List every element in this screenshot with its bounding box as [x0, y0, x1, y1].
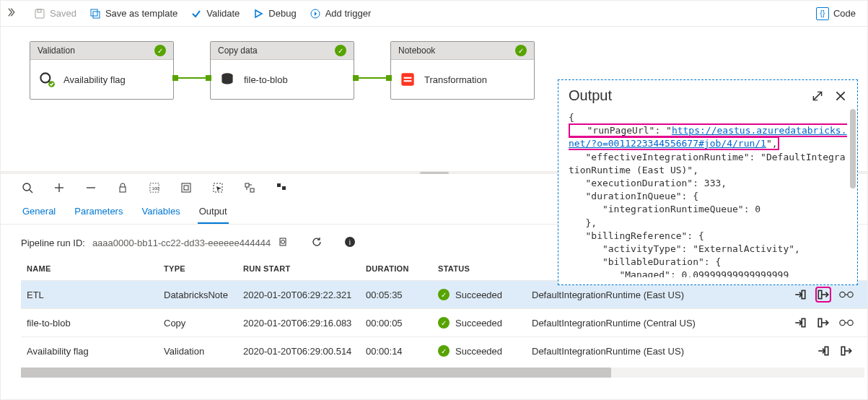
expand-chevrons-icon[interactable] — [8, 7, 18, 19]
svg-rect-51 — [825, 347, 828, 355]
cell-runstart: 2020-01-20T06:29:22.321 — [237, 281, 360, 309]
expand-icon[interactable] — [811, 90, 824, 103]
cell-status: ✓Succeeded — [432, 337, 526, 365]
node-type: Notebook — [398, 45, 435, 56]
run-id-label: Pipeline run ID: — [21, 238, 85, 248]
glasses-icon[interactable] — [840, 288, 853, 301]
table-row[interactable]: Availability flag Validation 2020-01-20T… — [21, 337, 867, 365]
svg-line-54 — [813, 92, 821, 100]
close-icon[interactable] — [834, 90, 847, 103]
svg-rect-19 — [120, 187, 126, 192]
glasses-icon[interactable] — [840, 316, 853, 329]
scrollbar-thumb[interactable] — [21, 368, 611, 378]
cell-runstart: 2020-01-20T06:29:00.514 — [237, 337, 360, 365]
checkmark-icon: ✓ — [335, 45, 346, 56]
output-icon[interactable] — [840, 344, 853, 357]
add-trigger-button[interactable]: Add trigger — [310, 8, 372, 19]
pipeline-node[interactable]: Validation ✓ Availability flag — [30, 41, 174, 100]
horizontal-scrollbar[interactable] — [21, 368, 864, 378]
debug-button[interactable]: Debug — [253, 8, 296, 19]
col-name: NAME — [21, 257, 158, 281]
svg-marker-4 — [255, 10, 262, 17]
svg-point-48 — [848, 320, 853, 325]
select-icon[interactable] — [211, 181, 224, 194]
auto-align-icon[interactable] — [243, 181, 256, 194]
svg-rect-0 — [35, 9, 44, 18]
search-icon[interactable] — [21, 181, 34, 194]
svg-rect-3 — [93, 12, 100, 18]
lock-icon[interactable] — [116, 181, 129, 194]
svg-rect-52 — [841, 347, 845, 355]
cell-name: file-to-blob — [21, 309, 158, 337]
col-duration: DURATION — [360, 257, 432, 281]
connector-endpoint — [206, 75, 211, 81]
svg-point-40 — [840, 292, 845, 297]
input-icon[interactable] — [794, 316, 807, 329]
panel-scrollbar-thumb[interactable] — [850, 109, 856, 188]
output-icon[interactable] — [817, 288, 830, 301]
svg-text:i: i — [349, 238, 351, 246]
saved-button: Saved — [34, 8, 76, 19]
checkmark-icon: ✓ — [438, 317, 450, 329]
top-toolbar: Saved Save as template Validate Debug Ad… — [1, 1, 867, 27]
pipeline-node[interactable]: Copy data ✓ file-to-blob — [210, 41, 354, 100]
copy-icon[interactable] — [278, 236, 289, 250]
col-type: TYPE — [158, 257, 237, 281]
svg-rect-44 — [802, 318, 805, 326]
tab-variables[interactable]: Variables — [140, 201, 181, 224]
svg-point-33 — [281, 240, 285, 244]
svg-rect-11 — [401, 73, 413, 85]
row-actions — [786, 344, 862, 357]
cell-runtime: DefaultIntegrationRuntime (East US) — [526, 337, 781, 365]
node-type: Validation — [38, 45, 75, 56]
output-icon[interactable] — [817, 316, 830, 329]
cell-name: Availability flag — [21, 337, 158, 365]
fit-screen-icon[interactable] — [180, 181, 193, 194]
input-icon[interactable] — [794, 288, 807, 301]
tab-parameters[interactable]: Parameters — [73, 201, 124, 224]
svg-line-15 — [30, 190, 32, 193]
svg-rect-31 — [282, 186, 286, 190]
svg-rect-30 — [277, 183, 281, 187]
info-icon[interactable]: i — [344, 236, 356, 250]
save-as-template-button[interactable]: Save as template — [89, 8, 177, 19]
row-actions — [786, 288, 862, 301]
tab-output[interactable]: Output — [198, 201, 229, 224]
cell-type: DatabricksNote — [158, 281, 237, 309]
connector-endpoint — [386, 75, 392, 81]
run-page-url-highlight: "runPageUrl": "https://eastus.azuredatab… — [569, 123, 847, 150]
svg-rect-45 — [818, 318, 822, 326]
zoom-out-icon[interactable] — [84, 181, 97, 194]
col-status: STATUS — [432, 257, 526, 281]
panel-scrollbar[interactable] — [850, 109, 856, 277]
validate-button[interactable]: Validate — [190, 8, 240, 19]
svg-rect-12 — [404, 77, 412, 79]
refresh-icon[interactable] — [311, 236, 323, 250]
svg-rect-22 — [182, 183, 190, 192]
output-panel-title: Output — [569, 87, 612, 104]
svg-rect-38 — [818, 290, 822, 298]
code-icon: {} — [816, 7, 829, 20]
tab-general[interactable]: General — [21, 201, 57, 224]
cell-status: ✓Succeeded — [432, 281, 526, 309]
connector — [175, 77, 207, 79]
svg-marker-25 — [216, 186, 222, 192]
pipeline-node[interactable]: Notebook ✓ Transformation — [390, 41, 535, 100]
svg-marker-6 — [315, 12, 317, 16]
connector — [356, 77, 387, 79]
input-icon[interactable] — [817, 344, 830, 357]
svg-rect-2 — [91, 9, 97, 16]
zoom-in-icon[interactable] — [53, 181, 66, 194]
checkmark-icon: ✓ — [154, 45, 166, 56]
output-json: { "runPageUrl": "https://eastus.azuredat… — [569, 111, 847, 277]
zoom-fit-icon[interactable]: 100 — [148, 181, 161, 194]
cell-runtime: DefaultIntegrationRuntime (Central US) — [526, 309, 781, 337]
code-button[interactable]: {} Code — [812, 6, 860, 22]
cell-runstart: 2020-01-20T06:29:16.083 — [237, 309, 360, 337]
checkmark-icon: ✓ — [438, 345, 450, 357]
node-icon — [38, 70, 56, 89]
node-type: Copy data — [218, 45, 258, 56]
table-row[interactable]: file-to-blob Copy 2020-01-20T06:29:16.08… — [21, 309, 867, 337]
layout-icon[interactable] — [275, 181, 288, 194]
cell-type: Validation — [158, 337, 237, 365]
